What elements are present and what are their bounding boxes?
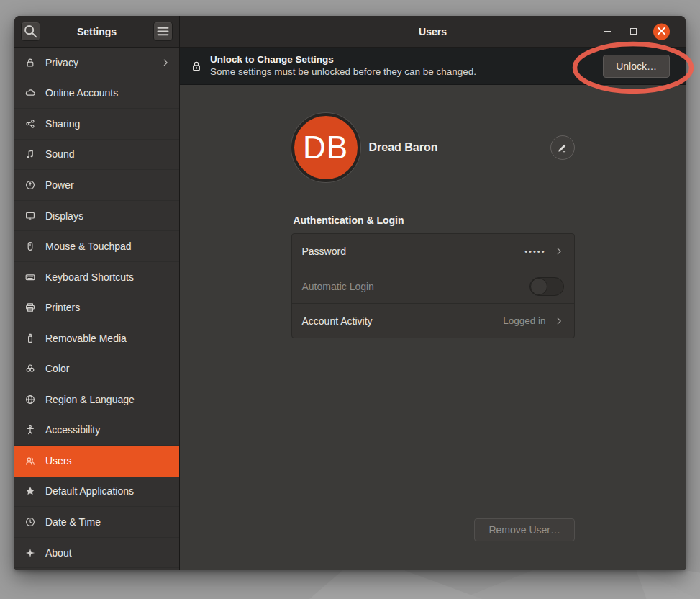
sidebar-item-label: Color xyxy=(45,363,171,374)
minimize-button[interactable] xyxy=(599,24,615,40)
password-row[interactable]: Password ••••• xyxy=(292,234,574,269)
password-value: ••••• xyxy=(524,247,545,256)
sidebar-item-region-language[interactable]: Region & Language xyxy=(14,384,179,415)
sidebar-item-label: Power xyxy=(45,179,171,191)
sidebar-item-accessibility[interactable]: Accessibility xyxy=(14,415,179,446)
color-icon xyxy=(24,363,36,374)
chevron-right-icon xyxy=(554,316,564,326)
sidebar-item-label: Users xyxy=(45,455,171,467)
sidebar-item-printers[interactable]: Printers xyxy=(14,292,179,323)
sidebar-item-label: About xyxy=(45,547,171,559)
users-panel-content: DB Dread Baron Authentication & Login Pa… xyxy=(180,85,686,570)
globe-icon xyxy=(24,394,36,405)
sidebar-item-users[interactable]: Users xyxy=(14,446,179,477)
display-icon xyxy=(24,210,36,222)
sidebar-item-label: Region & Language xyxy=(45,394,171,405)
main-pane: Users Unlock to Change Settings Some set… xyxy=(180,16,686,570)
sidebar-item-label: Sound xyxy=(45,148,171,160)
titlebar[interactable]: Users xyxy=(180,16,686,48)
user-card: DB Dread Baron xyxy=(291,113,575,182)
sidebar-item-mouse-touchpad[interactable]: Mouse & Touchpad xyxy=(14,231,179,262)
sidebar-item-displays[interactable]: Displays xyxy=(14,201,179,232)
printer-icon xyxy=(24,302,36,313)
users-icon xyxy=(24,455,36,467)
keyboard-icon xyxy=(24,271,36,283)
automatic-login-row: Automatic Login xyxy=(292,269,574,303)
sparkle-icon xyxy=(24,547,36,559)
sidebar: Settings PrivacyOnline AccountsSharingSo… xyxy=(14,16,180,570)
sidebar-item-label: Default Applications xyxy=(45,485,171,497)
page-title: Users xyxy=(419,26,447,37)
chevron-right-icon xyxy=(160,58,171,68)
auth-section-title: Authentication & Login xyxy=(291,215,575,226)
sidebar-item-sharing[interactable]: Sharing xyxy=(14,109,179,140)
sidebar-item-color[interactable]: Color xyxy=(14,353,179,384)
accessibility-icon xyxy=(24,424,36,436)
remove-user-button[interactable]: Remove User… xyxy=(474,518,575,541)
search-icon xyxy=(22,22,40,40)
automatic-login-label: Automatic Login xyxy=(302,281,374,292)
banner-text: Unlock to Change Settings Some settings … xyxy=(210,54,476,78)
sidebar-item-default-applications[interactable]: Default Applications xyxy=(14,477,179,508)
minimize-icon xyxy=(604,31,611,32)
banner-subtitle: Some settings must be unlocked before th… xyxy=(210,66,476,78)
share-icon xyxy=(24,118,36,130)
sidebar-item-about[interactable]: About xyxy=(14,538,179,569)
sidebar-item-label: Keyboard Shortcuts xyxy=(45,271,171,283)
password-label: Password xyxy=(302,246,346,257)
unlock-banner: Unlock to Change Settings Some settings … xyxy=(180,48,686,85)
rename-user-button[interactable] xyxy=(550,135,575,160)
sidebar-item-power[interactable]: Power xyxy=(14,170,179,201)
account-activity-row[interactable]: Account Activity Logged in xyxy=(292,303,574,338)
account-activity-label: Account Activity xyxy=(302,315,373,327)
account-activity-value: Logged in xyxy=(503,315,545,326)
sidebar-item-removable-media[interactable]: Removable Media xyxy=(14,323,179,354)
star-icon xyxy=(24,485,36,497)
sidebar-item-privacy[interactable]: Privacy xyxy=(14,48,179,78)
user-name: Dread Baron xyxy=(369,141,438,154)
maximize-button[interactable] xyxy=(625,24,641,40)
settings-window: Settings PrivacyOnline AccountsSharingSo… xyxy=(14,16,686,570)
close-icon xyxy=(658,25,665,38)
sidebar-list: PrivacyOnline AccountsSharingSoundPowerD… xyxy=(14,48,179,570)
sidebar-item-label: Sharing xyxy=(45,118,171,130)
chevron-right-icon xyxy=(554,246,564,256)
sidebar-item-keyboard-shortcuts[interactable]: Keyboard Shortcuts xyxy=(14,262,179,293)
sidebar-item-label: Accessibility xyxy=(45,424,171,436)
sidebar-item-date-time[interactable]: Date & Time xyxy=(14,507,179,538)
close-button[interactable] xyxy=(653,23,670,40)
maximize-icon xyxy=(630,28,637,35)
sidebar-item-label: Online Accounts xyxy=(45,87,171,99)
sidebar-item-label: Displays xyxy=(45,210,171,222)
mouse-icon xyxy=(24,240,36,252)
menu-button[interactable] xyxy=(153,22,173,41)
auth-listbox: Password ••••• Automatic Login Accou xyxy=(291,233,575,338)
toggle-knob xyxy=(530,278,547,295)
automatic-login-toggle[interactable] xyxy=(529,277,564,296)
search-button[interactable] xyxy=(21,22,40,41)
lock-icon xyxy=(24,57,36,68)
note-icon xyxy=(24,148,36,160)
clock-icon xyxy=(24,516,36,528)
sidebar-item-label: Removable Media xyxy=(45,333,171,344)
sidebar-item-label: Printers xyxy=(45,302,171,313)
sidebar-header: Settings xyxy=(14,16,179,48)
sidebar-item-label: Date & Time xyxy=(45,516,171,528)
sidebar-item-label: Privacy xyxy=(45,57,160,68)
unlock-button[interactable]: Unlock… xyxy=(603,55,670,78)
sidebar-item-sound[interactable]: Sound xyxy=(14,140,179,171)
lock-icon xyxy=(190,60,203,73)
sidebar-item-online-accounts[interactable]: Online Accounts xyxy=(14,78,179,109)
power-icon xyxy=(24,179,36,191)
pencil-icon xyxy=(557,143,568,153)
user-avatar[interactable]: DB xyxy=(291,113,360,182)
cloud-icon xyxy=(24,87,36,99)
banner-title: Unlock to Change Settings xyxy=(210,54,476,66)
sidebar-item-label: Mouse & Touchpad xyxy=(45,240,171,252)
usb-icon xyxy=(24,333,36,344)
hamburger-menu-icon xyxy=(154,22,172,40)
